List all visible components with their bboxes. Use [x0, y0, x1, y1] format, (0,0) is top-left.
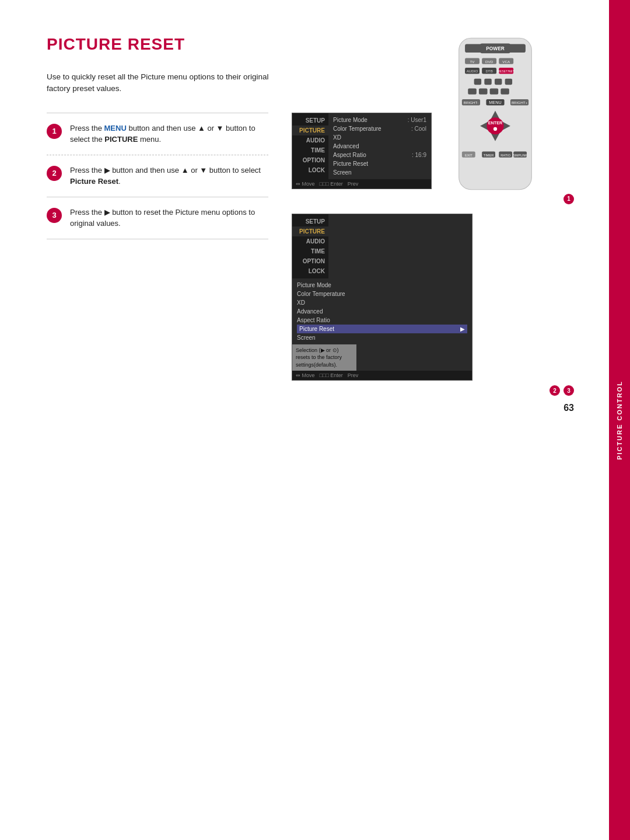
svg-rect-19 [495, 79, 502, 85]
menu-item-time: TIME [292, 145, 328, 155]
step-3-badge: 3 [47, 208, 62, 223]
step-3-text: Press the ▶ button to reset the Picture … [70, 207, 268, 229]
svg-text:DTB: DTB [485, 69, 492, 73]
menu-item-lock: LOCK [292, 165, 328, 175]
menu-screenshot-1: SETUP PICTURE AUDIO TIME OPTION LOCK Pic… [292, 113, 432, 189]
menu-2-picture-mode: Picture Mode [297, 281, 467, 290]
sidebar: PICTURE CONTROL [609, 0, 630, 840]
menu-item-picture: PICTURE [292, 126, 328, 135]
svg-text:BRIGHT+: BRIGHT+ [512, 100, 527, 104]
menu-2-screen: Screen [297, 333, 467, 342]
menu-keyword: MENU [104, 124, 127, 133]
svg-text:VCA: VCA [502, 60, 510, 64]
svg-rect-18 [484, 79, 491, 85]
annotation-badge-2: 2 [550, 385, 560, 396]
menu-footer-1: ⇔ Move □□□ Enter Prev [292, 179, 431, 189]
menu-2-setup: SETUP [292, 217, 328, 226]
svg-rect-21 [468, 88, 477, 94]
menu-2-lock: LOCK [292, 266, 328, 276]
menu-item-audio: AUDIO [292, 135, 328, 145]
sub-panel: Selection (▶ or ⊙) resets to the factory… [292, 344, 356, 371]
step-2-badge: 2 [47, 166, 62, 181]
menu-right-color-temp: Color Temperature: Cool [333, 124, 426, 133]
step-1-badge: 1 [47, 124, 62, 139]
menu-left-col-1: SETUP PICTURE AUDIO TIME OPTION LOCK [292, 113, 328, 179]
step-3: 3 Press the ▶ button to reset the Pictur… [47, 197, 268, 239]
menu-right-picture-mode: Picture Mode: User1 [333, 116, 426, 124]
menu-left-col-2: SETUP PICTURE AUDIO TIME OPTION LOCK [292, 214, 328, 278]
svg-text:DVD: DVD [485, 60, 494, 64]
step-1-text: Press the MENU button and then use ▲ or … [70, 123, 268, 145]
step-1: 1 Press the MENU button and then use ▲ o… [47, 113, 268, 155]
svg-rect-24 [501, 88, 509, 94]
menu-right-xd: XD [333, 133, 426, 142]
menu-right-screen: Screen [333, 168, 426, 177]
menu-2-picture-reset-highlighted: Picture Reset ▶ [297, 325, 467, 333]
remote-svg: POWER TV DVD VCA AUDIO DTB RESET/NET [437, 35, 554, 193]
menu-2-color-temp: Color Temperature [297, 290, 467, 298]
svg-text:RESET/NET: RESET/NET [498, 69, 515, 73]
menu-item-option: OPTION [292, 155, 328, 165]
menu-right-picture-reset: Picture Reset [333, 159, 426, 168]
sidebar-label: PICTURE CONTROL [616, 381, 623, 460]
svg-text:SIMPLINK: SIMPLINK [513, 154, 527, 157]
menu-right-col-2: Picture Mode Color Temperature XD Advanc… [292, 278, 472, 344]
menu-2-time: TIME [292, 246, 328, 256]
remote-control-image: POWER TV DVD VCA AUDIO DTB RESET/NET [428, 35, 562, 198]
svg-text:ENTER: ENTER [488, 120, 503, 126]
svg-text:POWER: POWER [486, 46, 504, 51]
menu-2-option: OPTION [292, 256, 328, 266]
svg-point-37 [494, 127, 497, 131]
picture-reset-keyword: Picture Reset [70, 177, 118, 186]
menu-footer-2: ⇔ Move □□□ Enter Prev [292, 371, 472, 380]
svg-text:TV: TV [470, 60, 475, 64]
picture-keyword: PICTURE [104, 135, 138, 144]
svg-text:MENU: MENU [489, 100, 501, 105]
svg-text:AUDIO: AUDIO [467, 69, 478, 73]
menu-screenshot-2: SETUP PICTURE AUDIO TIME OPTION LOCK Pic… [292, 214, 473, 381]
steps-left: 1 Press the MENU button and then use ▲ o… [47, 113, 268, 396]
menu-item-setup: SETUP [292, 116, 328, 126]
page-description: Use to quickly reset all the Picture men… [47, 71, 292, 95]
menu-2-advanced: Advanced [297, 307, 467, 316]
menu-2-aspect: Aspect Ratio [297, 316, 467, 325]
menu-right-col-1: Picture Mode: User1 Color Temperature: C… [328, 113, 431, 179]
svg-text:BRIGHT-: BRIGHT- [464, 100, 478, 104]
menu-inner-2: SETUP PICTURE AUDIO TIME OPTION LOCK Pic… [292, 214, 472, 371]
menu-2-xd: XD [297, 298, 467, 307]
page-number: 63 [564, 403, 574, 413]
annotation-badge-3: 3 [564, 385, 574, 396]
svg-text:EXIT: EXIT [465, 154, 473, 157]
svg-text:RATIO: RATIO [501, 154, 511, 157]
menu-2-audio: AUDIO [292, 236, 328, 246]
svg-rect-22 [479, 88, 488, 94]
annotation-badge-1: 1 [564, 194, 574, 204]
svg-text:TIMER: TIMER [484, 154, 494, 157]
svg-rect-17 [474, 79, 481, 85]
step-2: 2 Press the ▶ button and then use ▲ or ▼… [47, 155, 268, 197]
svg-rect-23 [490, 88, 499, 94]
screenshot-2-annotation: 2 3 [292, 385, 574, 396]
main-content: PICTURE RESET POWER TV DVD VCA AUDIO DTB [0, 0, 609, 431]
menu-right-advanced: Advanced [333, 142, 426, 151]
menu-2-picture: PICTURE [292, 226, 328, 236]
svg-rect-20 [505, 79, 512, 85]
menu-inner-1: SETUP PICTURE AUDIO TIME OPTION LOCK Pic… [292, 113, 431, 179]
step-2-text: Press the ▶ button and then use ▲ or ▼ b… [70, 165, 268, 187]
spacer [292, 204, 574, 214]
menu-right-aspect: Aspect Ratio: 16:9 [333, 151, 426, 159]
